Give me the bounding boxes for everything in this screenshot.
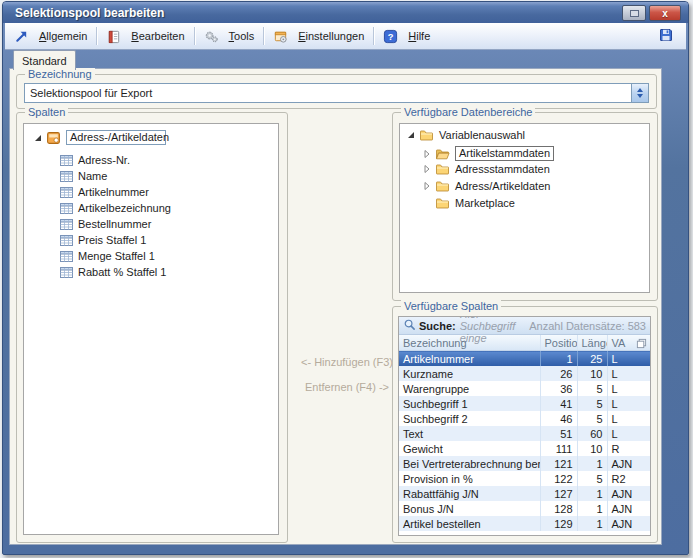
tree-item-label[interactable]: Artikelstammdaten [455,146,554,161]
menu-tools[interactable]: Tools [195,23,264,49]
svg-text:?: ? [388,31,394,41]
table-row[interactable]: Artikelnummer125L [399,351,650,367]
menu-hilfe[interactable]: ? Hilfe [374,23,439,49]
datenbereiche-group-label: Verfügbare Datenbereiche [401,106,535,118]
combobox-spinner-button[interactable] [631,84,648,102]
menu-tools-label: Tools [229,30,255,42]
table-column-icon [60,187,73,198]
tree-item[interactable]: Adress-Nr. [60,154,130,166]
tab-standard-label: Standard [22,55,67,67]
columns-table[interactable]: Bezeichnung Position Länge VA Artikelnum… [399,335,650,531]
spalten-tree-root[interactable]: Adress-/Artikeldaten [34,130,166,145]
tree-item[interactable]: Menge Staffel 1 [60,250,155,262]
screen: Selektionspool bearbeiten x Allgemein Be… [0,0,693,558]
tree-item-adress-artikeldaten[interactable]: Adress/Artikeldaten [423,180,550,192]
tab-standard[interactable]: Standard [13,50,76,70]
search-icon [403,318,416,333]
close-button[interactable]: x [649,5,681,21]
tree-item-label: Menge Staffel 1 [78,250,155,262]
settings-window-icon [273,29,288,44]
table-row[interactable]: Bonus J/N1281AJN [399,501,650,516]
tree-item[interactable]: Artikelbezeichnung [60,202,171,214]
table-row[interactable]: Suchbegriff 2465L [399,411,650,426]
menu-allgemein[interactable]: Allgemein [5,23,96,49]
add-columns-button[interactable]: <- Hinzufügen (F3) [292,356,402,368]
window-title: Selektionspool bearbeiten [15,6,164,20]
column-chooser-icon[interactable] [636,338,647,351]
table-row[interactable]: Text5160L [399,426,650,441]
table-row[interactable]: Artikel bestellen1291AJN [399,516,650,531]
search-label: Suche: [419,320,456,332]
tab-content: Bezeichnung Selektionspool für Export Sp… [9,68,662,545]
tree-item-label: Adress-Nr. [78,154,130,166]
search-input[interactable]: Hier Suchbegriff einge [460,316,530,344]
table-row[interactable]: Bei Vertreterabrechnung berücksichtige12… [399,456,650,471]
datenbereiche-group: Verfügbare Datenbereiche Variablenauswah… [392,112,658,301]
column-header-position[interactable]: Position [540,335,577,351]
tree-collapsed-arrow-icon[interactable] [423,165,431,173]
tree-collapsed-arrow-icon[interactable] [423,150,431,158]
open-folder-icon [435,148,450,160]
dialog-window: Selektionspool bearbeiten x Allgemein Be… [2,1,689,555]
column-header-laenge[interactable]: Länge [577,335,607,351]
save-button[interactable] [656,27,676,45]
menu-bearbeiten-label: Bearbeiten [131,30,184,42]
spalten-root-label[interactable]: Adress-/Artikeldaten [66,130,166,145]
table-row[interactable]: Warengruppe365L [399,381,650,396]
datenbereiche-root[interactable]: Variablenauswahl [407,129,525,141]
record-count: Anzahl Datensätze: 583 [529,320,646,332]
tree-item-label: Rabatt % Staffel 1 [78,266,166,278]
table-column-icon [60,235,73,246]
data-source-icon [46,131,61,145]
bezeichnung-combobox[interactable]: Selektionspool für Export [24,83,649,103]
remove-columns-button[interactable]: Entfernen (F4) -> [292,381,402,393]
tree-expanded-arrow-icon[interactable] [407,131,415,139]
folder-icon [435,163,450,175]
menu-allgemein-label: Allgemein [39,30,87,42]
add-columns-label: <- Hinzufügen (F3) [301,356,393,368]
tree-item[interactable]: Name [60,170,107,182]
tree-expanded-arrow-icon[interactable] [34,134,42,142]
spalten-group-label: Spalten [25,106,68,118]
tree-item-label: Preis Staffel 1 [78,234,146,246]
toolbar: Allgemein Bearbeiten Tools [5,23,686,50]
tree-item-label: Bestellnummer [78,218,151,230]
tree-item[interactable]: Rabatt % Staffel 1 [60,266,166,278]
tree-item-marketplace[interactable]: Marketplace [435,197,515,209]
spalten-group: Spalten Adress-/Artikeldaten Adress-Nr. … [16,112,288,543]
table-row[interactable]: Provision in %1225R2 [399,471,650,486]
menu-einstellungen-label: Einstellungen [298,30,364,42]
folder-icon [435,197,450,209]
help-icon: ? [383,29,398,44]
table-row[interactable]: Rabattfähig J/N1271AJN [399,486,650,501]
datenbereiche-root-label: Variablenauswahl [439,129,525,141]
table-column-icon [60,203,73,214]
table-row[interactable]: Gewicht11110R [399,441,650,456]
menu-einstellungen[interactable]: Einstellungen [264,23,373,49]
tree-item[interactable]: Preis Staffel 1 [60,234,146,246]
tree-item[interactable]: Bestellnummer [60,218,151,230]
arrow-up-right-icon [14,29,29,44]
datenbereiche-tree[interactable]: Variablenauswahl Artikelstammdaten [399,123,650,293]
save-icon [658,27,674,45]
close-icon: x [662,8,668,19]
tree-item[interactable]: Artikelnummer [60,186,149,198]
table-row[interactable]: Kurzname2610L [399,366,650,381]
restore-button[interactable] [622,5,646,21]
search-bar[interactable]: Suche: Hier Suchbegriff einge Anzahl Dat… [399,317,650,335]
spalten-tree[interactable]: Adress-/Artikeldaten Adress-Nr. Name Art… [23,123,279,535]
tree-item-adressstammdaten[interactable]: Adressstammdaten [423,163,550,175]
menu-bearbeiten[interactable]: Bearbeiten [97,23,193,49]
table-column-icon [60,219,73,230]
verfuegbare-spalten-group: Verfügbare Spalten Suche: Hier Suchbegri… [392,306,658,543]
tree-item-label: Adress/Artikeldaten [455,180,550,192]
table-row[interactable]: Suchbegriff 1415L [399,396,650,411]
tree-item-artikelstammdaten[interactable]: Artikelstammdaten [423,146,554,161]
gears-icon [204,29,219,44]
menu-hilfe-label: Hilfe [408,30,430,42]
title-bar[interactable]: Selektionspool bearbeiten x [3,2,688,23]
verfuegbare-spalten-group-label: Verfügbare Spalten [401,300,501,312]
tree-item-label: Artikelnummer [78,186,149,198]
tree-collapsed-arrow-icon[interactable] [423,182,431,190]
table-column-icon [60,155,73,166]
